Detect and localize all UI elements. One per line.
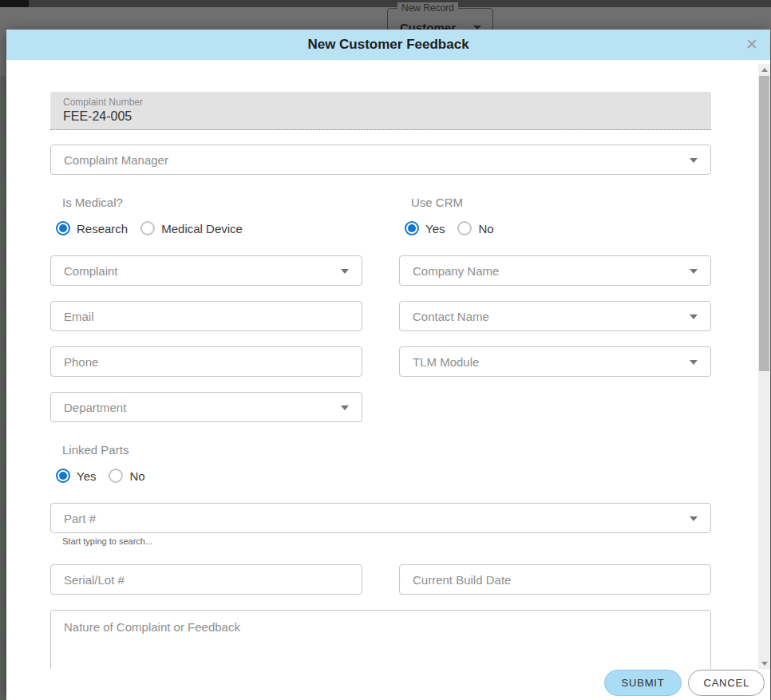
radio-research-label: Research: [77, 222, 128, 235]
scroll-down-icon[interactable]: [758, 658, 770, 669]
chevron-down-icon: [690, 269, 698, 274]
department-placeholder: Department: [64, 401, 126, 414]
radio-linked-parts-no-label: No: [129, 469, 144, 483]
current-build-date-field[interactable]: [413, 565, 698, 594]
cancel-button[interactable]: CANCEL: [688, 670, 765, 696]
dialog-scrollbar[interactable]: [758, 64, 770, 669]
close-icon[interactable]: ✕: [745, 36, 758, 53]
complaint-select[interactable]: Complaint: [50, 255, 362, 286]
linked-parts-label: Linked Parts: [50, 443, 723, 457]
contact-name-placeholder: Contact Name: [413, 310, 489, 323]
radio-medical-device[interactable]: Medical Device: [140, 221, 243, 235]
part-number-helper-text: Start typing to search...: [62, 536, 723, 546]
dialog-body: Complaint Number FEE-24-005 Complaint Ma…: [6, 60, 770, 669]
radio-group-labels-row: Is Medical? Use CRM: [50, 196, 711, 210]
radio-use-crm-no-label: No: [478, 222, 493, 235]
new-customer-feedback-dialog: New Customer Feedback ✕ Complaint Number…: [6, 30, 770, 700]
chevron-down-icon: [690, 158, 698, 163]
dialog-footer: SUBMIT CANCEL: [6, 669, 770, 700]
use-crm-radio-group: Yes No: [399, 220, 711, 236]
serial-build-grid: [50, 564, 711, 595]
new-record-label: New Record: [397, 2, 458, 14]
page-backdrop: New Record Customer New Customer Feedbac…: [0, 0, 771, 700]
is-medical-radio-group: Research Medical Device: [50, 220, 362, 236]
part-number-select[interactable]: Part #: [50, 503, 711, 533]
email-field-wrap: [50, 301, 362, 331]
backdrop-top-bar-dark-segment: [0, 0, 29, 7]
complaint-manager-placeholder: Complaint Manager: [64, 153, 168, 167]
company-name-select[interactable]: Company Name: [399, 255, 711, 286]
radio-selected-icon: [405, 221, 419, 235]
chevron-down-icon: [341, 405, 349, 410]
radio-research[interactable]: Research: [56, 221, 128, 235]
part-number-placeholder: Part #: [64, 512, 96, 525]
use-crm-label: Use CRM: [399, 196, 711, 210]
serial-lot-field[interactable]: [64, 565, 349, 594]
tlm-module-placeholder: TLM Module: [413, 355, 479, 369]
chevron-down-icon: [690, 516, 698, 521]
radio-use-crm-yes[interactable]: Yes: [405, 221, 445, 235]
complaint-number-label: Complaint Number: [63, 97, 698, 108]
complaint-number-value: FEE-24-005: [63, 109, 698, 124]
scroll-up-icon[interactable]: [758, 64, 770, 75]
phone-field[interactable]: [64, 347, 349, 376]
nature-of-complaint-textarea[interactable]: [50, 610, 711, 669]
form-scroll-area: Complaint Number FEE-24-005 Complaint Ma…: [6, 60, 758, 669]
chevron-down-icon: [341, 269, 349, 274]
dialog-header: New Customer Feedback ✕: [6, 30, 770, 60]
grid-empty-cell: [399, 392, 711, 422]
backdrop-table-strip: [0, 76, 6, 700]
radio-use-crm-no[interactable]: No: [457, 221, 493, 235]
company-name-placeholder: Company Name: [413, 264, 499, 278]
complaint-number-field: Complaint Number FEE-24-005: [50, 92, 711, 130]
department-select[interactable]: Department: [50, 392, 362, 422]
radio-selected-icon: [56, 221, 70, 235]
radio-unselected-icon: [140, 221, 155, 235]
radio-medical-device-label: Medical Device: [161, 222, 243, 235]
backdrop-top-bar: [0, 0, 771, 7]
is-medical-label: Is Medical?: [50, 196, 362, 210]
serial-lot-field-wrap: [50, 564, 362, 595]
tlm-module-select[interactable]: TLM Module: [399, 346, 711, 377]
radio-unselected-icon: [457, 221, 472, 235]
chevron-down-icon: [690, 360, 698, 365]
scrollbar-thumb[interactable]: [759, 76, 769, 371]
phone-field-wrap: [50, 346, 362, 377]
radio-linked-parts-yes-label: Yes: [77, 469, 96, 483]
radio-group-options-row: Research Medical Device Yes: [50, 220, 711, 236]
linked-parts-radio-group: Yes No: [50, 468, 723, 484]
chevron-down-icon: [690, 314, 698, 319]
complaint-placeholder: Complaint: [64, 264, 118, 278]
complaint-manager-select[interactable]: Complaint Manager: [50, 144, 711, 175]
radio-selected-icon: [56, 469, 70, 483]
current-build-date-field-wrap: [399, 564, 711, 595]
email-field[interactable]: [64, 302, 349, 330]
contact-fields-grid: Complaint Company Name Contact Name: [50, 255, 711, 422]
contact-name-select[interactable]: Contact Name: [399, 301, 711, 331]
radio-linked-parts-no[interactable]: No: [109, 469, 144, 483]
radio-linked-parts-yes[interactable]: Yes: [56, 469, 96, 483]
submit-button[interactable]: SUBMIT: [604, 670, 682, 696]
dialog-title: New Customer Feedback: [307, 37, 469, 53]
radio-use-crm-yes-label: Yes: [425, 222, 445, 235]
radio-unselected-icon: [109, 469, 123, 483]
